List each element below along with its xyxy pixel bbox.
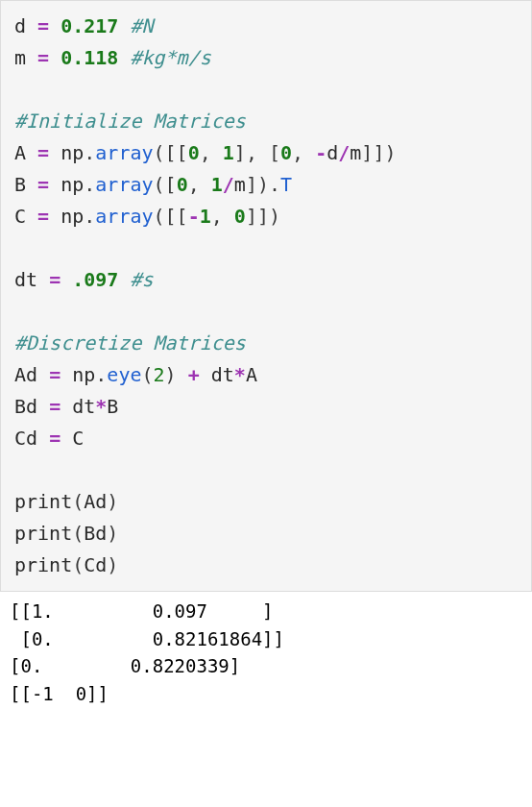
code-var: Ad: [14, 363, 37, 386]
code-punct: ): [107, 522, 118, 545]
code-call: array: [95, 205, 153, 228]
code-op: +: [188, 363, 200, 386]
code-punct: ): [165, 363, 177, 386]
code-number: 0.118: [60, 46, 118, 69]
code-punct: ([[: [154, 205, 188, 228]
code-punct: ,: [200, 141, 223, 164]
code-number: 0: [188, 141, 200, 164]
code-number: 0: [280, 141, 292, 164]
code-number: 1: [211, 173, 223, 196]
code-cell: d = 0.217 #N m = 0.118 #kg*m/s #Initiali…: [0, 0, 532, 592]
code-punct: ,: [188, 173, 211, 196]
code-punct: ): [107, 553, 118, 576]
code-arg: Cd: [84, 553, 107, 576]
code-builtin: print: [14, 553, 72, 576]
code-var: dt: [211, 363, 234, 386]
code-call: array: [95, 141, 153, 164]
code-var: dt: [72, 395, 95, 418]
code-call: eye: [107, 363, 141, 386]
code-var: B: [14, 173, 26, 196]
code-op: *: [234, 363, 246, 386]
code-var: m: [350, 141, 361, 164]
code-number: 1: [223, 141, 234, 164]
code-neg: -: [188, 205, 200, 228]
code-arg: 2: [154, 363, 165, 386]
code-module: np: [60, 205, 84, 228]
code-punct: ]]): [361, 141, 396, 164]
code-neg: -: [315, 141, 326, 164]
code-builtin: print: [14, 522, 72, 545]
code-var: A: [14, 141, 26, 164]
output-line: [0. 0.8220339]: [10, 655, 240, 676]
code-arg: Bd: [84, 522, 107, 545]
code-number: .097: [72, 268, 118, 291]
code-dot: .: [84, 173, 95, 196]
code-space: [118, 46, 130, 69]
code-var: d: [14, 14, 26, 37]
code-dot: .: [95, 363, 107, 386]
code-comment: #s: [130, 268, 153, 291]
code-comment: #Initialize Matrices: [14, 110, 246, 133]
code-var: Bd: [14, 395, 37, 418]
code-op: =: [26, 173, 60, 196]
output-line: [[-1 0]]: [10, 683, 109, 704]
code-var: C: [14, 205, 26, 228]
code-punct: ], [: [234, 141, 280, 164]
code-op: =: [37, 427, 72, 450]
code-op: =: [37, 395, 72, 418]
code-space: [118, 268, 130, 291]
code-number: 0.217: [60, 14, 118, 37]
code-space: [200, 363, 211, 386]
code-attr: T: [280, 173, 292, 196]
code-var: m: [14, 46, 26, 69]
code-punct: (: [72, 522, 84, 545]
code-var: Cd: [14, 427, 37, 450]
code-op: *: [95, 395, 107, 418]
code-number: 1: [200, 205, 211, 228]
code-punct: ([[: [154, 141, 188, 164]
code-op: =: [26, 46, 60, 69]
code-op: =: [26, 14, 60, 37]
code-space: [177, 363, 188, 386]
code-module: np: [60, 141, 84, 164]
code-arg: Ad: [84, 490, 107, 513]
code-comment: #kg*m/s: [130, 46, 210, 69]
code-punct: (: [141, 363, 153, 386]
code-comment: #N: [130, 14, 153, 37]
code-call: array: [95, 173, 153, 196]
code-var: dt: [14, 268, 37, 291]
code-space: [118, 14, 130, 37]
code-op: =: [26, 205, 60, 228]
code-punct: ([: [154, 173, 177, 196]
code-var: d: [326, 141, 338, 164]
code-var: A: [246, 363, 257, 386]
code-dot: .: [84, 141, 95, 164]
code-op: =: [26, 141, 60, 164]
code-op: /: [223, 173, 234, 196]
code-comment: #Discretize Matrices: [14, 331, 246, 355]
output-line: [[1. 0.097 ]: [10, 600, 274, 622]
code-punct: ]).: [246, 173, 280, 196]
code-op: =: [37, 363, 72, 386]
code-var: m: [234, 173, 246, 196]
code-number: 0: [234, 205, 246, 228]
code-punct: (: [72, 553, 84, 576]
code-punct: ]]): [246, 205, 280, 228]
code-module: np: [72, 363, 95, 386]
output-cell: [[1. 0.097 ] [0. 0.82161864]] [0. 0.8220…: [0, 592, 532, 713]
code-punct: ): [107, 490, 118, 513]
code-module: np: [60, 173, 84, 196]
code-dot: .: [84, 205, 95, 228]
code-punct: ,: [211, 205, 234, 228]
code-op: =: [37, 268, 72, 291]
code-punct: (: [72, 490, 84, 513]
code-number: 0: [177, 173, 188, 196]
code-punct: ,: [292, 141, 315, 164]
code-op: /: [338, 141, 350, 164]
code-builtin: print: [14, 490, 72, 513]
code-var: B: [107, 395, 118, 418]
code-var: C: [72, 427, 84, 450]
output-line: [0. 0.82161864]]: [10, 628, 284, 649]
